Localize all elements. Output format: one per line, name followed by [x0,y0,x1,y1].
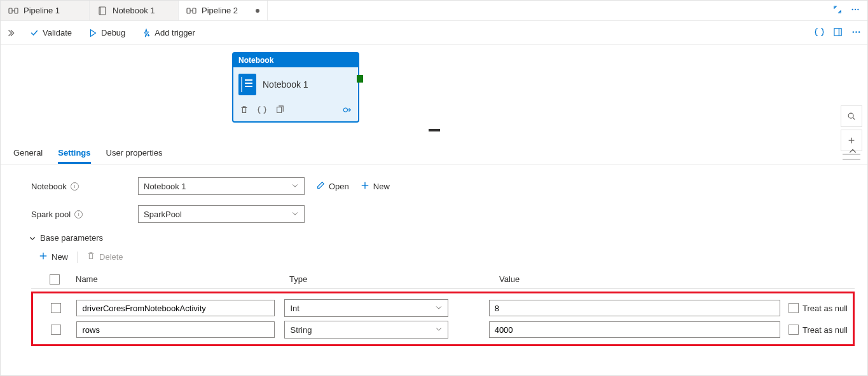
chevron-down-icon [435,325,443,335]
svg-rect-5 [187,8,190,13]
delete-icon[interactable] [240,105,249,116]
tab-pipeline2[interactable]: Pipeline 2 [179,1,268,20]
activity-footer [233,102,358,121]
check-icon [30,29,39,37]
tab-pipeline1[interactable]: Pipeline 1 [1,1,90,20]
param-new-button[interactable]: New [35,250,72,264]
debug-label: Debug [101,28,125,37]
svg-point-15 [853,31,854,32]
settings-form: Notebook i Notebook 1 Open New Spark poo… [1,164,867,346]
properties-tabs: General Settings User properties [1,140,867,164]
spark-pool-select[interactable]: SparkPool [138,205,305,223]
copy-icon[interactable] [275,105,284,116]
svg-rect-13 [834,28,841,35]
row-checkbox[interactable] [51,303,61,313]
search-button[interactable] [841,105,862,127]
svg-point-19 [343,108,347,112]
code-braces-icon[interactable] [258,105,266,116]
pipeline-canvas[interactable]: Notebook Notebook 1 [1,45,867,140]
svg-rect-1 [15,8,18,13]
param-value-input[interactable] [489,321,780,338]
param-type-value: String [290,325,312,335]
param-type-value: Int [290,304,299,313]
notebook-label-text: Notebook [31,182,67,191]
tab-settings[interactable]: Settings [58,148,90,164]
svg-rect-18 [277,107,282,113]
trash-icon [86,252,95,262]
notebook-select-value: Notebook 1 [144,182,186,191]
base-parameters-label: Base parameters [40,233,103,243]
validate-button[interactable]: Validate [24,21,78,44]
info-icon[interactable]: i [71,182,79,191]
table-header: Name Type Value [31,270,855,289]
param-name-input[interactable] [76,321,275,338]
code-braces-icon[interactable] [815,27,824,39]
svg-rect-0 [9,8,12,13]
param-value-input[interactable] [489,300,780,316]
sidebar-toggle-icon[interactable] [4,29,20,37]
divider [77,252,78,263]
svg-point-9 [855,9,856,10]
open-notebook-button[interactable]: Open [316,181,349,192]
param-type-select[interactable]: Int [284,299,448,317]
notebook-select[interactable]: Notebook 1 [138,177,305,195]
open-label: Open [329,182,349,191]
param-type-select[interactable]: String [284,321,448,339]
table-row: String Treat as null [33,319,853,340]
arrow-right-icon[interactable] [343,105,352,116]
param-name-input[interactable] [76,300,275,316]
notebook-large-icon [238,74,256,95]
col-type: Type [289,274,499,284]
more-icon[interactable] [851,5,860,16]
chevron-down-icon [435,304,443,313]
add-trigger-button[interactable]: Add trigger [135,21,202,44]
expand-icon[interactable] [833,5,842,16]
more-icon[interactable] [851,27,861,39]
param-delete-button: Delete [83,250,127,264]
parameters-highlight: Int Treat as null String [31,292,855,346]
base-parameters-toggle[interactable]: Base parameters [29,233,855,243]
treat-as-null-label: Treat as null [803,325,848,335]
table-row: Int Treat as null [33,297,853,319]
modified-dot-icon [256,9,259,13]
parameters-table: Name Type Value Int Treat as null [31,270,855,346]
notebook-activity[interactable]: Notebook Notebook 1 [233,53,358,121]
pipeline-icon [186,6,196,16]
chevron-down-icon [291,210,299,219]
svg-point-17 [858,31,860,32]
properties-panel-icon[interactable] [833,27,843,39]
activity-name: Notebook 1 [263,79,308,90]
col-value: Value [499,274,802,284]
spark-pool-value: SparkPool [144,210,182,219]
plus-icon [361,181,369,192]
tab-general[interactable]: General [13,148,43,164]
svg-rect-6 [193,8,196,13]
tabs-row: Pipeline 1 Notebook 1 Pipeline 2 [1,1,867,21]
debug-button[interactable]: Debug [82,21,132,44]
tab-notebook1[interactable]: Notebook 1 [90,1,179,20]
success-connector[interactable] [357,75,363,83]
spark-pool-label-text: Spark pool [31,210,71,219]
svg-point-16 [855,31,857,32]
trigger-icon [142,29,151,37]
play-icon [88,29,97,37]
tab-label: Pipeline 1 [24,6,60,15]
svg-point-20 [848,113,853,118]
treat-as-null-checkbox[interactable] [789,303,799,313]
activity-body: Notebook 1 [233,67,358,102]
toolbar-right [815,21,861,44]
svg-point-10 [857,9,858,10]
panel-drag-handle[interactable] [429,129,440,131]
collapse-panel-icon[interactable] [848,147,857,158]
row-checkbox[interactable] [51,325,61,335]
validate-label: Validate [43,28,72,37]
svg-point-8 [851,9,853,10]
new-notebook-button[interactable]: New [361,181,390,192]
info-icon[interactable]: i [74,210,83,218]
tab-user-properties[interactable]: User properties [106,148,163,164]
treat-as-null-checkbox[interactable] [789,325,799,335]
param-actions: New Delete [35,250,855,264]
plus-icon [39,252,48,262]
pipeline-icon [8,6,18,16]
select-all-checkbox[interactable] [50,274,60,285]
